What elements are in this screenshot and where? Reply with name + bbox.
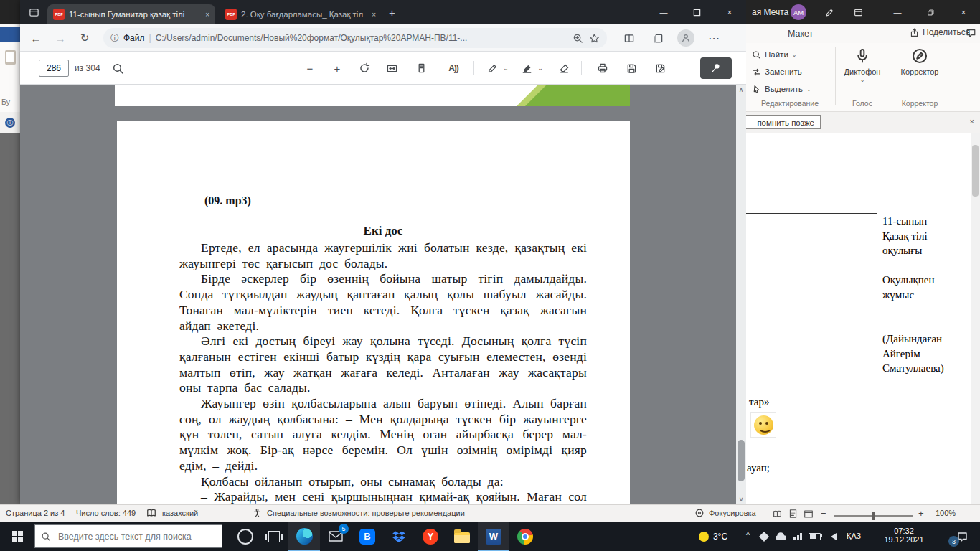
notification-close-icon[interactable]: ×	[970, 117, 974, 126]
draw-pen-icon[interactable]	[482, 60, 502, 77]
pdf-scrollbar[interactable]: ∧ ∨	[736, 85, 746, 504]
back-icon[interactable]: ←	[27, 30, 44, 46]
zoom-out-icon[interactable]: −	[300, 60, 320, 77]
address-bar[interactable]: ⓘ Файл | C:/Users/admin/Documents/Новый%…	[103, 28, 607, 48]
browser-tab-pdf-textbook[interactable]: PDF 11-сынып Гуманитар қазақ тілі ×	[47, 4, 215, 24]
taskbar-app-dropbox[interactable]	[383, 522, 415, 551]
split-screen-icon[interactable]	[620, 30, 639, 46]
favorite-star-icon[interactable]	[589, 33, 600, 44]
taskbar-search-input[interactable]	[57, 531, 214, 542]
pdf-scrollbar-thumb[interactable]	[738, 440, 745, 481]
profile-avatar[interactable]	[677, 29, 694, 47]
taskbar-app-edge[interactable]	[288, 522, 320, 551]
replace-button[interactable]: Заменить	[752, 65, 802, 79]
clipboard-paste-icon[interactable]	[5, 50, 16, 65]
new-tab-button[interactable]: +	[389, 6, 395, 19]
page-view-icon[interactable]	[411, 60, 431, 77]
spellcheck-icon[interactable]	[146, 508, 156, 518]
page-indicator[interactable]: Страница 2 из 4	[6, 509, 65, 517]
action-center-button[interactable]: 3	[944, 522, 980, 551]
zoom-in-button[interactable]: +	[918, 508, 924, 519]
dictate-button[interactable]: Диктофон ⌄	[839, 47, 885, 83]
cortana-button[interactable]	[231, 522, 260, 551]
edge-minimize-button[interactable]: —	[647, 0, 680, 24]
taskbar-app-mail[interactable]: 5	[320, 522, 352, 551]
taskbar-app-vk[interactable]: B	[352, 522, 383, 551]
weather-widget[interactable]: 3°C	[687, 522, 739, 551]
word-count[interactable]: Число слов: 449	[76, 509, 136, 517]
read-aloud-icon[interactable]: A))	[440, 60, 466, 77]
focus-icon[interactable]	[694, 508, 705, 518]
comments-icon[interactable]	[966, 28, 976, 38]
volume-icon[interactable]	[827, 533, 837, 540]
select-button[interactable]: Выделить ⌄	[752, 82, 811, 96]
word-document-page[interactable]: 11-сыныпҚазақ тіліоқулығы Оқулықпенжұмыс…	[746, 133, 980, 504]
page-number-input[interactable]: 286	[39, 60, 69, 77]
taskbar-app-chrome[interactable]	[509, 522, 541, 551]
zoom-indicator-icon[interactable]	[573, 33, 583, 44]
find-button[interactable]: Найти ⌄	[752, 47, 797, 62]
save-as-icon[interactable]	[650, 60, 670, 77]
eraser-icon[interactable]	[554, 60, 574, 77]
start-button[interactable]	[0, 522, 34, 551]
rotate-icon[interactable]	[354, 60, 374, 77]
word-minimize-button[interactable]: —	[881, 0, 914, 24]
word-scrollbar[interactable]	[971, 133, 980, 504]
dropbox-tray-icon[interactable]	[759, 531, 769, 541]
window-menu-icon[interactable]	[26, 6, 42, 19]
accessibility-icon[interactable]	[253, 508, 262, 518]
forward-icon[interactable]: →	[52, 30, 69, 46]
edge-maximize-button[interactable]	[680, 0, 713, 24]
taskbar-app-word[interactable]: W	[478, 522, 509, 551]
web-layout-icon[interactable]	[802, 508, 815, 519]
remind-later-button[interactable]: помнить позже	[746, 115, 821, 129]
language-indicator[interactable]: казахский	[162, 509, 198, 517]
edge-close-button[interactable]: ×	[713, 0, 746, 24]
zoom-slider-thumb[interactable]	[872, 512, 875, 520]
task-view-button[interactable]	[260, 522, 288, 551]
scroll-down-icon[interactable]: ∨	[736, 494, 746, 504]
focus-mode-button[interactable]: Фокусировка	[709, 509, 756, 517]
word-restore-button[interactable]	[914, 0, 947, 24]
ribbon-tab-layout[interactable]: Макет	[788, 29, 813, 39]
word-file-tab-fragment[interactable]	[0, 27, 20, 42]
zoom-in-icon[interactable]: +	[327, 60, 347, 77]
highlighter-icon[interactable]	[517, 60, 537, 77]
scroll-up-icon[interactable]: ∧	[736, 85, 746, 95]
browser-tab-curriculum[interactable]: PDF 2. Оқу бағдарламасы_ Қазақ тіл ×	[220, 4, 382, 24]
pin-toolbar-button[interactable]	[700, 57, 732, 79]
zoom-level[interactable]: 100%	[936, 509, 956, 517]
pdf-viewport[interactable]: (09. mp3) Екі дос Ертеде, ел арасында жа…	[20, 85, 746, 504]
word-close-button[interactable]: ×	[947, 0, 980, 24]
search-icon[interactable]	[108, 60, 128, 77]
share-button[interactable]: Поделиться	[910, 27, 970, 37]
editor-button[interactable]: Корректор	[894, 47, 946, 76]
save-icon[interactable]	[621, 60, 641, 77]
ink-pen-icon[interactable]	[821, 6, 838, 18]
word-scrollbar-thumb[interactable]	[972, 145, 979, 197]
settings-menu-icon[interactable]: ⋯	[705, 30, 723, 46]
zoom-out-button[interactable]: −	[821, 508, 826, 519]
read-mode-icon[interactable]	[771, 508, 783, 519]
keyboard-language[interactable]: ҚАЗ	[847, 532, 861, 540]
tab-close-icon[interactable]: ×	[205, 11, 209, 19]
refresh-icon[interactable]: ↻	[76, 30, 93, 46]
tab-close-icon[interactable]: ×	[372, 11, 376, 19]
taskbar-clock[interactable]: 07:32 19.12.2021	[874, 522, 934, 551]
account-avatar[interactable]: АМ	[791, 4, 806, 20]
network-icon[interactable]	[793, 533, 802, 540]
battery-icon[interactable]	[809, 533, 821, 540]
taskbar-app-yandex[interactable]: Y	[415, 522, 446, 551]
highlighter-dropdown-icon[interactable]: ⌄	[535, 60, 545, 77]
ribbon-display-options-icon[interactable]	[849, 6, 867, 18]
taskbar-search[interactable]	[34, 524, 222, 548]
show-hidden-icons-button[interactable]: ^	[746, 531, 750, 540]
print-layout-icon[interactable]	[786, 508, 799, 519]
print-icon[interactable]	[593, 60, 613, 77]
accessibility-status[interactable]: Специальные возможности: проверьте реком…	[267, 509, 465, 517]
page-info-icon[interactable]: ⓘ	[110, 32, 119, 44]
draw-pen-dropdown-icon[interactable]: ⌄	[501, 60, 511, 77]
collections-icon[interactable]	[649, 30, 667, 46]
fit-to-width-icon[interactable]	[382, 60, 402, 77]
taskbar-app-explorer[interactable]	[446, 522, 478, 551]
